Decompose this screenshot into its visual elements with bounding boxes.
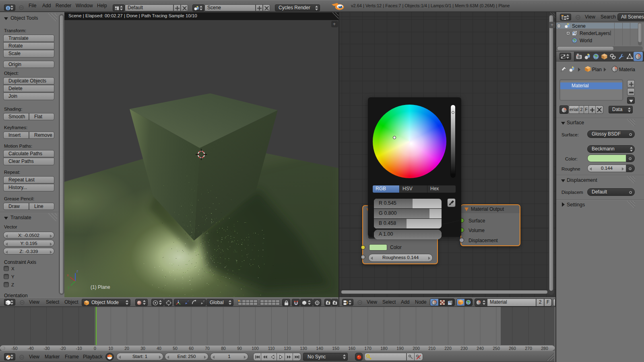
svg-text:i: i <box>8 6 9 10</box>
svg-text:x: x <box>67 273 69 277</box>
svg-text:(1) Plane: (1) Plane <box>91 284 110 290</box>
svg-text:y: y <box>68 285 70 289</box>
svg-text:z: z <box>76 269 78 273</box>
